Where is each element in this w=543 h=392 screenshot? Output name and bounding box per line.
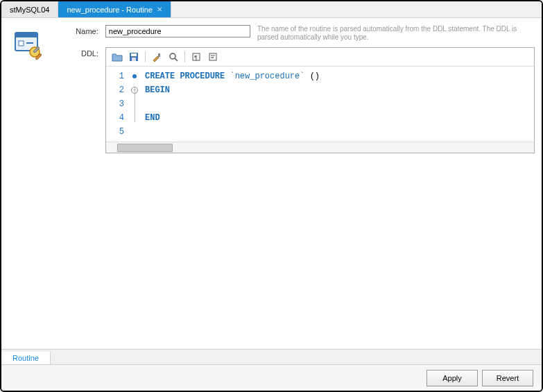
- svg-rect-1: [15, 33, 37, 37]
- svg-point-11: [170, 53, 175, 59]
- search-icon[interactable]: [166, 50, 181, 64]
- svg-rect-10: [158, 53, 160, 57]
- line-number: 1: [106, 69, 124, 83]
- brush-icon[interactable]: [149, 50, 164, 64]
- revert-button[interactable]: Revert: [482, 370, 533, 386]
- svg-rect-8: [131, 53, 137, 56]
- scrollbar-thumb[interactable]: [117, 144, 173, 152]
- ddl-editor: ¶ 12345 − CREATE PROCEDURE `new_proce: [105, 47, 535, 153]
- bottom-tabbar: Routine: [1, 349, 542, 364]
- routine-icon: [12, 28, 46, 63]
- wrap-icon[interactable]: [205, 50, 221, 64]
- ddl-label: DDL:: [57, 47, 105, 58]
- name-input[interactable]: [105, 25, 250, 37]
- svg-rect-9: [132, 58, 136, 61]
- line-number: 2: [106, 83, 124, 97]
- code-line[interactable]: BEGIN: [145, 83, 530, 97]
- svg-rect-2: [19, 41, 24, 46]
- name-label: Name:: [57, 25, 105, 35]
- top-tabbar: stMySQL04new_procedure - Routine✕: [1, 1, 542, 18]
- svg-line-12: [175, 58, 178, 61]
- save-icon[interactable]: [126, 50, 141, 64]
- tab-label: stMySQL04: [10, 6, 49, 14]
- name-hint: The name of the routine is parsed automa…: [257, 25, 535, 42]
- footer: Apply Revert: [1, 364, 542, 391]
- open-icon[interactable]: [110, 50, 125, 64]
- code-line[interactable]: END: [145, 111, 530, 125]
- tab[interactable]: new_procedure - Routine✕: [58, 1, 171, 17]
- toolbar-separator: [145, 51, 146, 62]
- invisible-chars-icon[interactable]: ¶: [189, 50, 204, 64]
- editor-body[interactable]: 12345 − CREATE PROCEDURE `new_procedure`…: [106, 67, 534, 142]
- form-area: Name: The name of the routine is parsed …: [57, 18, 542, 349]
- code-line[interactable]: [145, 97, 530, 111]
- line-marker: [128, 125, 141, 139]
- code-line[interactable]: CREATE PROCEDURE `new_procedure` (): [145, 69, 530, 83]
- close-icon[interactable]: ✕: [157, 6, 162, 13]
- line-marker: [128, 69, 141, 83]
- code-line[interactable]: [145, 125, 530, 139]
- tab-label: new_procedure - Routine: [67, 6, 153, 14]
- svg-text:¶: ¶: [194, 54, 198, 61]
- line-number: 4: [106, 111, 124, 125]
- tab-routine[interactable]: Routine: [1, 352, 51, 364]
- line-number: 3: [106, 97, 124, 111]
- apply-button[interactable]: Apply: [426, 370, 478, 386]
- toolbar-separator: [184, 51, 185, 62]
- body: Name: The name of the routine is parsed …: [1, 18, 542, 349]
- code-area[interactable]: CREATE PROCEDURE `new_procedure` ()BEGIN…: [141, 67, 534, 142]
- editor-toolbar: ¶: [106, 48, 534, 67]
- horizontal-scrollbar[interactable]: [106, 142, 534, 153]
- tab[interactable]: stMySQL04: [1, 1, 58, 17]
- object-icon-column: [1, 18, 57, 349]
- line-number: 5: [106, 125, 124, 139]
- fold-gutter: −: [128, 67, 141, 142]
- line-gutter: 12345: [106, 67, 128, 142]
